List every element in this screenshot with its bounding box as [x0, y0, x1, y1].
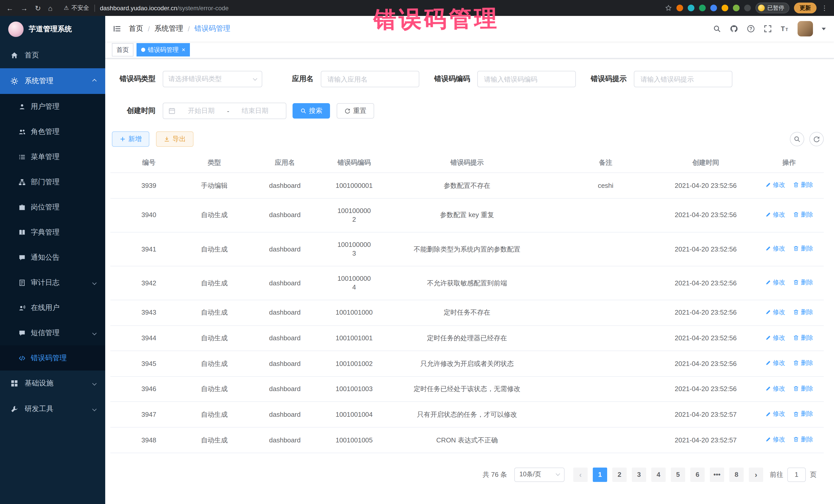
sidebar-submenu-item[interactable]: 岗位管理: [0, 195, 105, 220]
cell-actions: 修改 删除: [754, 402, 824, 427]
sidebar-item-system[interactable]: 系统管理: [0, 68, 105, 94]
date-range-picker[interactable]: 开始日期 - 结束日期: [163, 103, 286, 119]
edit-button[interactable]: 修改: [765, 385, 785, 393]
page-button[interactable]: 2: [612, 467, 627, 482]
page-button[interactable]: 4: [651, 467, 666, 482]
table-body: 3939 手动编辑 dashboard 1001000001 参数配置不存在 c…: [110, 173, 824, 453]
browser-extension-icon[interactable]: [688, 5, 695, 11]
error-type-select[interactable]: 请选择错误码类型: [163, 71, 262, 87]
browser-extension-icon[interactable]: [676, 5, 683, 11]
delete-button[interactable]: 删除: [793, 359, 813, 367]
error-hint-label: 错误码提示: [591, 74, 627, 84]
refresh-table-button[interactable]: [809, 132, 824, 146]
sidebar-submenu-item[interactable]: 在线用户: [0, 295, 105, 320]
browser-home-icon[interactable]: ⌂: [48, 4, 52, 12]
page-size-select[interactable]: 10条/页: [514, 467, 565, 482]
sidebar-submenu-item[interactable]: 字典管理: [0, 220, 105, 245]
page-button[interactable]: •••: [710, 467, 724, 482]
filter-error-hint: 错误码提示: [591, 71, 732, 87]
profile-paused-chip[interactable]: 已暂停: [755, 3, 789, 13]
fullsc[interactable]: [764, 25, 772, 33]
edit-button[interactable]: 修改: [765, 244, 785, 253]
delete-button[interactable]: 删除: [793, 308, 813, 316]
browser-forward-icon[interactable]: →: [21, 4, 28, 12]
sidebar-item-label: 系统管理: [25, 76, 53, 86]
edit-icon: [765, 279, 771, 285]
github-icon[interactable]: [730, 25, 738, 33]
sidebar-submenu-item[interactable]: 短信管理: [0, 320, 105, 345]
breadcrumb-current: 错误码管理: [195, 24, 231, 34]
help-icon[interactable]: [747, 25, 755, 33]
page-button[interactable]: 3: [632, 467, 646, 482]
browser-update-button[interactable]: 更新: [794, 3, 816, 13]
close-icon[interactable]: ×: [182, 47, 185, 53]
goto-page-input[interactable]: [787, 467, 806, 482]
delete-button[interactable]: 删除: [793, 333, 813, 342]
delete-button[interactable]: 删除: [793, 211, 813, 219]
sidebar-submenu-item[interactable]: 菜单管理: [0, 144, 105, 169]
edit-button[interactable]: 修改: [765, 211, 785, 219]
cell-actions: 修改 删除: [754, 376, 824, 402]
edit-button[interactable]: 修改: [765, 181, 785, 189]
browser-menu-icon[interactable]: ⋮: [821, 5, 828, 11]
edit-button[interactable]: 修改: [765, 278, 785, 286]
delete-button[interactable]: 删除: [793, 181, 813, 189]
error-hint-input[interactable]: [634, 71, 732, 87]
delete-button[interactable]: 删除: [793, 435, 813, 443]
edit-button[interactable]: 修改: [765, 359, 785, 367]
page-button[interactable]: 6: [690, 467, 705, 482]
toggle-search-button[interactable]: [790, 132, 804, 146]
breadcrumb-system[interactable]: 系统管理: [154, 24, 183, 34]
next-page-button[interactable]: ›: [749, 467, 763, 482]
filter-app-name: 应用名: [292, 71, 419, 87]
browser-extension-icon[interactable]: [722, 5, 728, 11]
sidebar-item-infrastructure[interactable]: 基础设施: [0, 371, 105, 396]
caret-down-icon[interactable]: [822, 27, 826, 30]
sidebar-item-label: 基础设施: [25, 379, 53, 388]
page-button[interactable]: 1: [593, 467, 607, 482]
sidebar-submenu-item[interactable]: 角色管理: [0, 119, 105, 144]
breadcrumb-home[interactable]: 首页: [129, 24, 143, 34]
sidebar-submenu-item[interactable]: 通知公告: [0, 245, 105, 270]
delete-button[interactable]: 删除: [793, 410, 813, 418]
delete-button[interactable]: 删除: [793, 385, 813, 393]
tag-error-code[interactable]: 错误码管理 ×: [136, 43, 190, 57]
sidebar-item-home[interactable]: 首页: [0, 43, 105, 68]
tag-home[interactable]: 首页: [112, 43, 133, 57]
font-size-icon[interactable]: [781, 25, 789, 33]
sidebar-submenu-item[interactable]: 错误码管理: [0, 345, 105, 371]
browser-extension-icon[interactable]: [699, 5, 706, 11]
delete-button[interactable]: 删除: [793, 278, 813, 286]
sidebar-submenu-item[interactable]: 用户管理: [0, 94, 105, 119]
user-avatar[interactable]: [797, 21, 813, 37]
page-button[interactable]: 5: [671, 467, 685, 482]
browser-back-icon[interactable]: ←: [6, 4, 13, 12]
edit-button[interactable]: 修改: [765, 410, 785, 418]
browser-reload-icon[interactable]: ↻: [35, 4, 41, 12]
browser-extension-icon[interactable]: [710, 5, 717, 11]
sidebar-submenu-item[interactable]: 部门管理: [0, 169, 105, 195]
security-warning-chip[interactable]: ⚠ 不安全: [64, 4, 89, 12]
sidebar-submenu-item[interactable]: 审计日志: [0, 270, 105, 295]
app-logo[interactable]: 芋道管理系统: [0, 16, 105, 43]
page-button[interactable]: 8: [729, 467, 744, 482]
edit-button[interactable]: 修改: [765, 308, 785, 316]
app-name-input[interactable]: [321, 71, 419, 87]
reset-button[interactable]: 重置: [337, 103, 374, 118]
delete-button[interactable]: 删除: [793, 244, 813, 253]
error-code-input[interactable]: [477, 71, 576, 87]
prev-page-button[interactable]: ‹: [573, 467, 588, 482]
add-button[interactable]: 新增: [112, 131, 149, 147]
bookmark-star-icon[interactable]: [665, 5, 672, 11]
search-button[interactable]: 搜索: [292, 103, 330, 118]
edit-button[interactable]: 修改: [765, 435, 785, 443]
browser-extension-icon[interactable]: [744, 5, 751, 11]
sidebar-item-devtools[interactable]: 研发工具: [0, 396, 105, 422]
search-icon[interactable]: [713, 25, 721, 33]
export-button[interactable]: 导出: [156, 131, 194, 147]
address-bar[interactable]: dashboard.yudao.iocoder.cn/system/error-…: [100, 4, 229, 12]
cell-type: 自动生成: [187, 325, 241, 351]
sidebar-toggle-button[interactable]: [105, 25, 129, 33]
browser-extension-icon[interactable]: [733, 5, 740, 11]
edit-button[interactable]: 修改: [765, 333, 785, 342]
